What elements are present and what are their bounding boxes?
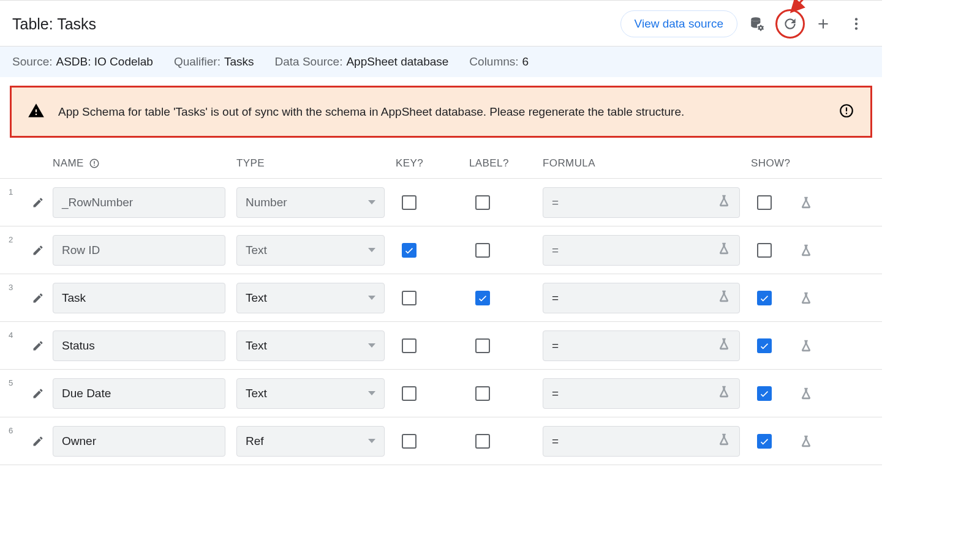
column-name-input[interactable]: Task [53,283,225,313]
col-formula-header: FORMULA [543,157,751,170]
show-expression-button[interactable] [788,435,824,448]
label-checkbox[interactable] [475,338,490,353]
refresh-icon [782,16,798,32]
show-expression-button[interactable] [788,196,824,209]
edit-column-button[interactable] [23,244,53,256]
flask-icon [717,289,731,306]
label-checkbox[interactable] [475,386,490,401]
regenerate-button[interactable] [777,10,804,37]
row-number: 2 [9,234,23,244]
formula-input[interactable]: = [543,331,740,361]
column-name-input[interactable]: Row ID [53,235,225,266]
show-checkbox[interactable] [757,386,772,401]
more-vert-icon [848,16,864,32]
formula-input[interactable]: = [543,283,740,313]
schema-warning-banner: App Schema for table 'Tasks' is out of s… [10,86,872,138]
label-checkbox[interactable] [475,243,490,258]
key-checkbox[interactable] [402,338,417,353]
columns-count: 6 [522,55,529,68]
add-button[interactable] [810,10,837,37]
show-expression-button[interactable] [788,339,824,353]
warning-info-button[interactable] [839,103,854,121]
columns-label: Columns: [469,55,518,68]
column-type-select[interactable]: Text [236,235,385,266]
edit-column-button[interactable] [23,387,53,400]
data-settings-button[interactable] [744,10,771,37]
column-name-input[interactable]: Owner [53,426,225,457]
row-number: 1 [9,186,23,196]
columns-header-row: NAME TYPE KEY? LABEL? FORMULA SHOW? [0,143,882,179]
column-name-input[interactable]: Due Date [53,378,225,409]
database-gear-icon [749,16,765,32]
key-checkbox[interactable] [402,291,417,305]
edit-column-button[interactable] [23,196,53,209]
show-expression-button[interactable] [788,244,824,257]
show-checkbox[interactable] [757,243,772,258]
show-checkbox[interactable] [757,338,772,353]
warning-message: App Schema for table 'Tasks' is out of s… [58,105,839,119]
column-row: 4StatusText= [0,322,882,370]
column-row: 2Row IDText= [0,226,882,274]
plus-icon [815,16,831,32]
flask-icon [717,433,731,449]
edit-column-button[interactable] [23,292,53,304]
column-name-input[interactable]: _RowNumber [53,187,225,218]
edit-column-button[interactable] [23,435,53,447]
chevron-down-icon [368,248,375,252]
page-title: Table: Tasks [12,15,620,33]
formula-input[interactable]: = [543,378,740,409]
column-row: 5Due DateText= [0,370,882,417]
flask-icon [717,242,731,258]
column-type-select[interactable]: Ref [236,426,385,457]
column-type-select[interactable]: Text [236,378,385,409]
warning-icon [28,102,45,121]
column-type-select[interactable]: Number [236,187,385,218]
qualifier-label: Qualifier: [174,55,221,68]
formula-input[interactable]: = [543,426,740,457]
flask-icon [717,194,731,211]
column-row: 3TaskText= [0,274,882,322]
qualifier-value: Tasks [224,55,254,68]
key-checkbox[interactable] [402,243,417,258]
chevron-down-icon [368,439,375,443]
label-checkbox[interactable] [475,434,490,449]
show-expression-button[interactable] [788,291,824,305]
table-meta-bar: Source:ASDB: IO Codelab Qualifier:Tasks … [0,47,882,77]
source-label: Source: [12,55,52,68]
row-number: 5 [9,377,23,387]
show-checkbox[interactable] [757,195,772,210]
row-number: 4 [9,329,23,340]
view-data-source-button[interactable]: View data source [620,10,737,37]
col-show-header: SHOW? [751,157,824,170]
source-value: ASDB: IO Codelab [56,55,153,68]
row-number: 6 [9,425,23,435]
datasource-value: AppSheet database [346,55,448,68]
label-checkbox[interactable] [475,195,490,210]
formula-input[interactable]: = [543,235,740,266]
svg-point-3 [855,23,858,25]
column-type-select[interactable]: Text [236,331,385,361]
col-name-header: NAME [53,157,84,170]
datasource-label: Data Source: [275,55,343,68]
more-menu-button[interactable] [843,10,870,37]
column-type-select[interactable]: Text [236,283,385,313]
svg-point-0 [751,17,760,21]
show-expression-button[interactable] [788,387,824,400]
formula-input[interactable]: = [543,187,740,218]
label-checkbox[interactable] [475,291,490,305]
key-checkbox[interactable] [402,386,417,401]
edit-column-button[interactable] [23,340,53,352]
key-checkbox[interactable] [402,434,417,449]
col-label-header: LABEL? [469,157,543,170]
info-icon [89,158,100,169]
row-number: 3 [9,282,23,292]
show-checkbox[interactable] [757,434,772,449]
svg-point-4 [855,27,858,29]
chevron-down-icon [368,200,375,204]
col-key-header: KEY? [396,157,469,170]
show-checkbox[interactable] [757,291,772,305]
column-row: 1_RowNumberNumber= [0,179,882,226]
key-checkbox[interactable] [402,195,417,210]
column-name-input[interactable]: Status [53,331,225,361]
svg-line-1 [794,0,810,9]
